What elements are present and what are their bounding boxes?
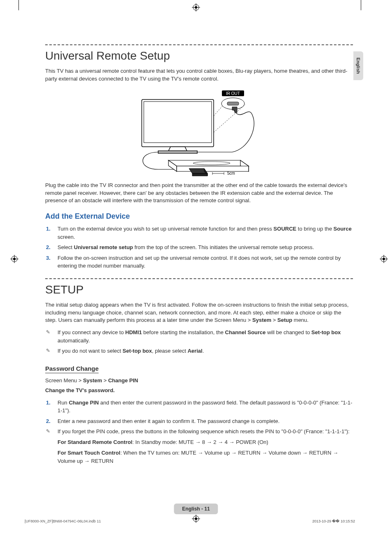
step-item: Follow the on-screen instruction and set…	[53, 254, 353, 270]
password-steps: Run Change PIN and then enter the curren…	[45, 399, 353, 425]
section-title-universal-remote: Universal Remote Setup	[45, 49, 353, 62]
add-device-steps: Turn on the external device you wish to …	[45, 225, 353, 270]
step-item: Enter a new password and then enter it a…	[53, 417, 353, 425]
subsection-add-external-device: Add the External Device	[45, 212, 353, 221]
section-divider	[45, 278, 353, 279]
page-number-pill: English - 11	[174, 504, 218, 514]
setup-notes: If you connect any device to HDMI1 befor…	[45, 328, 353, 355]
setup-intro: The initial setup dialog appears when th…	[45, 301, 353, 325]
ir-out-label: IR OUT	[226, 91, 240, 96]
step-item: Run Change PIN and then enter the curren…	[53, 399, 353, 415]
intro-text: This TV has a universal remote control f…	[45, 67, 353, 83]
note-item: If you connect any device to HDMI1 befor…	[53, 328, 353, 344]
password-note: If you forget the PIN code, press the bu…	[45, 427, 353, 436]
connection-diagram: IR OUT 5cm	[45, 87, 353, 178]
password-change-title: Password Change	[45, 365, 99, 373]
after-diagram-text: Plug the cable into the TV IR connector …	[45, 182, 353, 205]
svg-rect-17	[144, 102, 212, 143]
change-password-label: Change the TV's password.	[45, 387, 353, 395]
document-meta: [UF8000-XN_ZF]BN68-04794C-06L04.indb 11 …	[25, 519, 355, 523]
password-breadcrumb: Screen Menu > System > Change PIN	[45, 377, 353, 384]
doc-meta-right: 2013-10-29 �� 10:15:52	[312, 519, 355, 523]
note-item: If you do not want to select Set-top box…	[53, 347, 353, 355]
svg-rect-21	[227, 102, 239, 105]
step-item: Turn on the external device you wish to …	[53, 225, 353, 241]
note-item: If you forget the PIN code, press the bu…	[53, 427, 353, 436]
step-item: Select Universal remote setup from the t…	[53, 243, 353, 252]
standard-remote-sequence: For Standard Remote Control: In Standby …	[58, 438, 353, 446]
section-divider	[45, 44, 353, 45]
section-title-setup: SETUP	[45, 283, 353, 296]
distance-label: 5cm	[227, 171, 235, 176]
doc-meta-left: [UF8000-XN_ZF]BN68-04794C-06L04.indb 11	[25, 519, 101, 523]
smart-touch-remote-sequence: For Smart Touch Control: When the TV tur…	[58, 449, 353, 465]
